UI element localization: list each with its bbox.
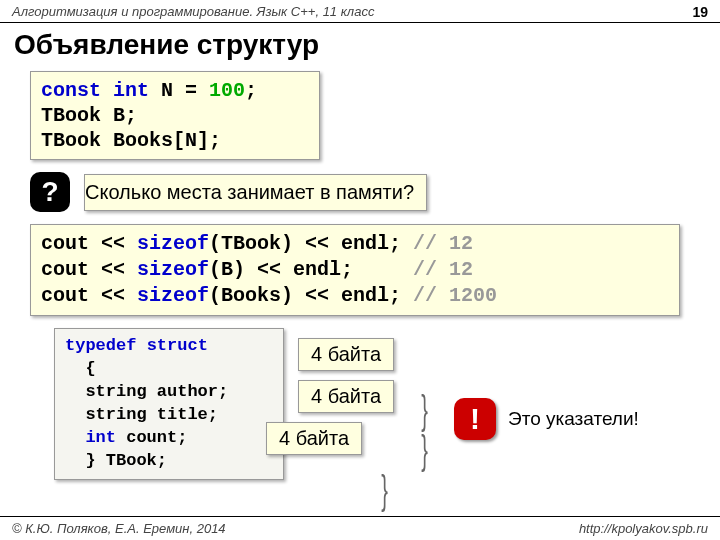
brace-icon: } [421,388,428,433]
byte-label-1: 4 байта [298,338,394,371]
question-row: ? Сколько места занимает в памяти? [30,172,720,212]
brace-icon: } [381,468,388,513]
copyright: © К.Ю. Поляков, Е.А. Еремин, 2014 [12,521,226,536]
brace-icon: } [421,428,428,473]
footer-link: http://kpolyakov.spb.ru [579,521,708,536]
exclaim-text: Это указатели! [508,408,639,430]
question-text: Сколько места занимает в памяти? [84,174,427,211]
code-typedef: typedef struct { string author; string t… [54,328,284,480]
bottom-area: typedef struct { string author; string t… [54,328,720,480]
exclaim-icon: ! [454,398,496,440]
exclaim-row: ! Это указатели! [454,358,639,480]
header-text: Алгоритмизация и программирование. Язык … [12,4,374,19]
byte-label-3: 4 байта [266,422,362,455]
footer: © К.Ю. Поляков, Е.А. Еремин, 2014 http:/… [0,516,720,540]
code-declaration: const int N = 100; TBook B; TBook Books[… [30,71,320,160]
code-sizeof: cout << sizeof(TBook) << endl; // 12 cou… [30,224,680,316]
header: Алгоритмизация и программирование. Язык … [0,0,720,23]
question-icon: ? [30,172,70,212]
page-number: 19 [692,4,708,20]
byte-labels: 4 байта 4 байта 4 байта [284,328,434,480]
byte-label-2: 4 байта [298,380,394,413]
page-title: Объявление структур [0,23,720,65]
